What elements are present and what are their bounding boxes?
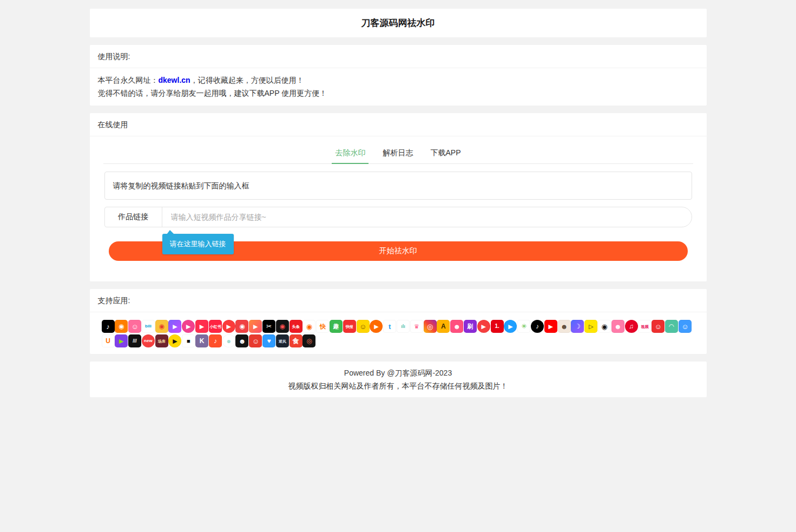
twitter-icon: t	[383, 320, 396, 333]
app-icon: 食	[290, 334, 302, 347]
app-icon: 避风	[276, 334, 289, 347]
app-row-1: ♪◉☺bili◉▶▶▶小红书▶◉▶✂◉头条◉快趣快报☺▶tılı♛◎A☻刷▶1.…	[102, 320, 695, 333]
app-icon: K	[195, 334, 208, 347]
app-icon: ☻	[235, 334, 248, 347]
app-icon: 视频	[638, 320, 651, 333]
tab-download-app[interactable]: 下载APP	[422, 143, 469, 163]
app-icon: ☻	[558, 320, 571, 333]
page-container: 刀客源码网祛水印 使用说明: 本平台永久网址：dkewl.cn，记得收藏起来，方…	[90, 0, 707, 397]
paste-notice: 请将复制的视频链接粘贴到下面的输入框	[104, 172, 692, 200]
tab-remove-watermark[interactable]: 去除水印	[326, 143, 374, 163]
meitu-icon: ♛	[410, 320, 423, 333]
usage-card: 使用说明: 本平台永久网址：dkewl.cn，记得收藏起来，方便以后使用！ 觉得…	[90, 45, 707, 106]
usage-header: 使用说明:	[90, 45, 707, 68]
toutiao-icon: 头条	[290, 320, 302, 333]
app-icon: ☺	[357, 320, 370, 333]
link-input-group: 作品链接	[104, 207, 692, 227]
app-icon: ◠	[665, 320, 678, 333]
permanent-url-link[interactable]: dkewl.cn	[159, 76, 190, 84]
pear-video-icon: ▷	[584, 320, 597, 333]
apps-header: 支持应用:	[90, 289, 707, 312]
xigua-icon: ▶	[249, 320, 262, 333]
apps-body: ♪◉☺bili◉▶▶▶小红书▶◉▶✂◉头条◉快趣快报☺▶tılı♛◎A☻刷▶1.…	[90, 312, 707, 354]
weibo-icon: ◉	[155, 320, 168, 333]
usage-line1-suffix: ，记得收藏起来，方便以后使用！	[190, 76, 304, 84]
video-link-input[interactable]	[162, 207, 692, 227]
app-icon: ▶	[504, 320, 517, 333]
app-row-2: U▶///new场库▶■K♪●☻☺♥避风食◎	[102, 334, 695, 347]
app-icon: ♪	[531, 320, 544, 333]
app-icon: ▶	[115, 334, 128, 347]
pipixia-icon: ☺	[128, 320, 141, 333]
kuaishou-icon: ◉	[115, 320, 128, 333]
huoshan-icon: ▶	[222, 320, 235, 333]
app-icon: ◉	[276, 320, 289, 333]
app-icon: ♪	[209, 334, 222, 347]
app-icon: ◉	[302, 320, 315, 333]
app-icon: ▶	[477, 320, 490, 333]
button-wrap: 请在这里输入链接 开始祛水印	[109, 241, 688, 261]
app-icon: 快	[316, 320, 329, 333]
link-input-label: 作品链接	[105, 207, 162, 227]
app-icon: ◎	[302, 334, 315, 347]
app-icon: ■	[182, 334, 195, 347]
app-icon: ☺	[679, 320, 692, 333]
page-title: 刀客源码网祛水印	[90, 17, 707, 29]
app-icon: ▶	[168, 334, 181, 347]
app-icon: ●	[222, 334, 235, 347]
input-hint-tooltip: 请在这里输入链接	[162, 234, 234, 254]
app-icon: ılı	[397, 320, 410, 333]
app-icon: ///	[128, 334, 141, 347]
app-icon: ✳	[517, 320, 530, 333]
jianying-icon: ✂	[262, 320, 275, 333]
usage-line2: 觉得不错的话，请分享给朋友一起用哦，建议下载APP 使用更方便！	[98, 87, 699, 100]
bilibili-icon: bili	[142, 320, 155, 333]
online-body: 去除水印解析日志下载APP 请将复制的视频链接粘贴到下面的输入框 作品链接 请在…	[90, 143, 707, 281]
weishi-icon: ▶	[168, 320, 181, 333]
instagram-icon: ◎	[424, 320, 437, 333]
acfun-icon: A	[437, 320, 450, 333]
header-card: 刀客源码网祛水印	[90, 9, 707, 37]
douyin-icon: ♪	[102, 320, 115, 333]
app-icon: ☺	[249, 334, 262, 347]
apps-card: 支持应用: ♪◉☺bili◉▶▶▶小红书▶◉▶✂◉头条◉快趣快报☺▶tılı♛◎…	[90, 289, 707, 354]
changku-icon: 场库	[155, 334, 168, 347]
netease-music-icon: ♫	[625, 320, 638, 333]
zuiyou-icon: ☻	[450, 320, 463, 333]
app-icon: ♥	[262, 334, 275, 347]
tab-parse-log[interactable]: 解析日志	[374, 143, 422, 163]
youtube-icon: ▶	[544, 320, 557, 333]
app-icon: ▶	[182, 320, 195, 333]
usage-body: 本平台永久网址：dkewl.cn，记得收藏起来，方便以后使用！ 觉得不错的话，请…	[90, 68, 707, 106]
shuabao-icon: 刷	[464, 320, 477, 333]
app-icon: ☺	[652, 320, 665, 333]
tabs: 去除水印解析日志下载APP	[103, 143, 693, 164]
app-icon: ☻	[611, 320, 624, 333]
soul-icon: ☽	[571, 320, 584, 333]
usage-line1-prefix: 本平台永久网址：	[98, 76, 159, 84]
footer-powered-by: Powered By @刀客源码网-2023	[90, 366, 707, 379]
app-icon: ◉	[598, 320, 611, 333]
usage-line1: 本平台永久网址：dkewl.cn，记得收藏起来，方便以后使用！	[98, 74, 699, 87]
online-header: 在线使用	[90, 113, 707, 136]
footer-copyright: 视频版权归相关网站及作者所有，本平台不存储任何视频及图片！	[90, 379, 707, 392]
qutoutiao-icon: 趣	[330, 320, 343, 333]
footer-card: Powered By @刀客源码网-2023 视频版权归相关网站及作者所有，本平…	[90, 362, 707, 397]
xiaohongshu-icon: 小红书	[209, 320, 222, 333]
uc-browser-icon: U	[102, 334, 115, 347]
kuaibao-icon: 快报	[343, 320, 356, 333]
app-icon: ▶	[195, 320, 208, 333]
app-icon: ◉	[235, 320, 248, 333]
yidian-icon: 1.	[491, 320, 504, 333]
app-icon: new	[142, 334, 155, 347]
app-icon: ▶	[370, 320, 383, 333]
online-card: 在线使用 去除水印解析日志下载APP 请将复制的视频链接粘贴到下面的输入框 作品…	[90, 113, 707, 281]
